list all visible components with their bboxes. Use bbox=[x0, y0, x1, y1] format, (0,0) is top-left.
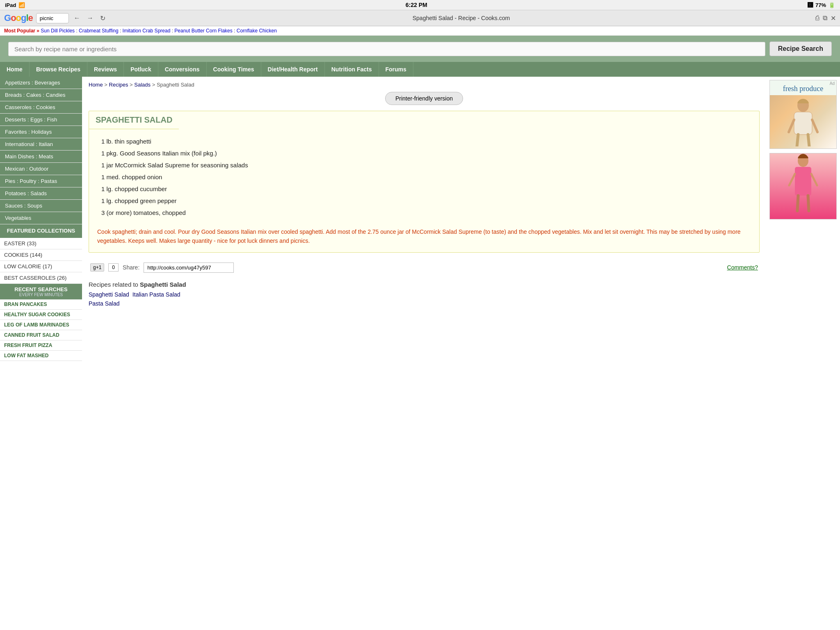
ingredient-2: 1 pkg. Good Seasons Italian mix (foil pk… bbox=[101, 148, 751, 159]
close-icon[interactable]: ✕ bbox=[831, 14, 836, 22]
reload-button[interactable]: ↻ bbox=[98, 14, 107, 23]
breadcrumb: Home > Recipes > Salads > Spaghetti Sala… bbox=[89, 82, 760, 88]
nav-conversions[interactable]: Conversions bbox=[158, 62, 207, 77]
nav-nutrition[interactable]: Nutrition Facts bbox=[325, 62, 379, 77]
recent-leg-of-lamb[interactable]: LEG OF LAMB MARINADES bbox=[0, 320, 82, 330]
popular-link-4[interactable]: Peanut Butter Corn Flakes bbox=[174, 28, 232, 34]
nav-browse-recipes[interactable]: Browse Recipes bbox=[30, 62, 87, 77]
share-icon[interactable]: ⎙ bbox=[815, 14, 819, 22]
person-svg-1 bbox=[787, 97, 819, 146]
share-count: 0 bbox=[108, 263, 119, 272]
nav-diet-health[interactable]: Diet/Health Report bbox=[261, 62, 325, 77]
time-display: 6:22 PM bbox=[406, 2, 427, 8]
collection-best-casseroles[interactable]: BEST CASSEROLES (26) bbox=[0, 272, 82, 284]
main-layout: Appetizers : Beverages Breads : Cakes : … bbox=[0, 77, 840, 361]
svg-line-8 bbox=[789, 174, 795, 185]
nav-reviews[interactable]: Reviews bbox=[87, 62, 124, 77]
nav-cooking-times[interactable]: Cooking Times bbox=[207, 62, 261, 77]
sidebar-item-international[interactable]: International : Italian bbox=[0, 138, 82, 151]
collection-cookies[interactable]: COOKIES (144) bbox=[0, 249, 82, 261]
search-button[interactable]: Recipe Search bbox=[769, 41, 832, 56]
sidebar-item-main-dishes[interactable]: Main Dishes : Meats bbox=[0, 151, 82, 163]
sidebar-item-casseroles[interactable]: Casseroles : Cookies bbox=[0, 101, 82, 114]
page-title: Spaghetti Salad - Recipe - Cooks.com bbox=[110, 15, 812, 21]
ingredient-5: 1 lg. chopped cucumber bbox=[101, 183, 751, 194]
related-link-1[interactable]: Spaghetti Salad bbox=[89, 291, 129, 298]
recipe-title-tab: SPAGHETTI SALAD bbox=[89, 111, 179, 129]
featured-collections-header: FEATURED COLLECTIONS bbox=[0, 224, 82, 238]
breadcrumb-current: Spaghetti Salad bbox=[157, 82, 194, 88]
comments-link[interactable]: Comments? bbox=[727, 264, 758, 271]
svg-line-4 bbox=[797, 135, 798, 146]
recent-searches-title: RECENT SEARCHES bbox=[3, 286, 79, 292]
recent-searches-header: RECENT SEARCHES EVERY FEW MINUTES bbox=[0, 284, 82, 299]
ad-person-image-2 bbox=[770, 153, 836, 219]
g-plus-button[interactable]: g+1 bbox=[90, 263, 104, 272]
search-input[interactable] bbox=[8, 42, 765, 56]
ad-box-2[interactable] bbox=[769, 153, 837, 219]
popular-link-3[interactable]: Imitation Crab Spread bbox=[123, 28, 171, 34]
collection-low-calorie[interactable]: LOW CALORIE (17) bbox=[0, 261, 82, 272]
browser-actions: ⎙ ⧉ ✕ bbox=[815, 14, 836, 22]
svg-line-11 bbox=[808, 196, 809, 211]
svg-line-5 bbox=[808, 135, 809, 146]
sidebar-item-potatoes[interactable]: Potatoes : Salads bbox=[0, 187, 82, 200]
related-recipes: Recipes related to Spaghetti Salad Spagh… bbox=[89, 281, 760, 307]
sidebar-item-breads[interactable]: Breads : Cakes : Candies bbox=[0, 89, 82, 101]
share-label: Share: bbox=[123, 264, 139, 271]
sidebar-item-mexican[interactable]: Mexican : Outdoor bbox=[0, 163, 82, 175]
recipe-ingredients: 1 lb. thin spaghetti 1 pkg. Good Seasons… bbox=[89, 129, 759, 223]
search-header: Recipe Search bbox=[0, 36, 840, 62]
nav-forums[interactable]: Forums bbox=[379, 62, 413, 77]
recent-fresh-fruit-pizza[interactable]: FRESH FRUIT PIZZA bbox=[0, 340, 82, 351]
ad-sidebar: Ad fresh produce bbox=[766, 77, 840, 227]
breadcrumb-home[interactable]: Home bbox=[89, 82, 103, 88]
sidebar-item-favorites[interactable]: Favorites : Holidays bbox=[0, 126, 82, 138]
svg-line-3 bbox=[812, 120, 817, 132]
collection-easter[interactable]: EASTER (33) bbox=[0, 238, 82, 249]
sidebar-item-vegetables[interactable]: Vegetables bbox=[0, 212, 82, 224]
svg-rect-1 bbox=[794, 112, 812, 135]
recent-healthy-sugar-cookies[interactable]: HEALTHY SUGAR COOKIES bbox=[0, 310, 82, 320]
browser-chrome: Google ← → ↻ Spaghetti Salad - Recipe - … bbox=[0, 10, 840, 26]
recent-bran-pancakes[interactable]: BRAN PANCAKES bbox=[0, 299, 82, 310]
svg-line-2 bbox=[789, 120, 794, 132]
printer-friendly-button[interactable]: Printer-friendly version bbox=[385, 92, 463, 105]
status-bar-right: 🅱 77% 🔋 bbox=[808, 2, 835, 8]
share-url-input[interactable] bbox=[144, 262, 234, 273]
sidebar-item-pies[interactable]: Pies : Poultry : Pastas bbox=[0, 175, 82, 187]
ad-box-1[interactable]: Ad fresh produce bbox=[769, 80, 837, 149]
forward-button[interactable]: → bbox=[85, 14, 95, 23]
nav-potluck[interactable]: Potluck bbox=[124, 62, 158, 77]
battery-icon: 🔋 bbox=[829, 2, 835, 8]
featured-collections-title: FEATURED COLLECTIONS bbox=[3, 228, 79, 235]
sidebar-item-sauces[interactable]: Sauces : Soups bbox=[0, 200, 82, 212]
related-link-3[interactable]: Pasta Salad bbox=[89, 300, 120, 307]
related-link-2[interactable]: Italian Pasta Salad bbox=[132, 291, 180, 298]
ad-person-image-1 bbox=[770, 95, 836, 148]
ingredient-1: 1 lb. thin spaghetti bbox=[101, 136, 751, 147]
popular-link-1[interactable]: Sun Dill Pickles bbox=[41, 28, 75, 34]
recipe-title: SPAGHETTI SALAD bbox=[96, 115, 172, 125]
ingredient-7: 3 (or more) tomatoes, chopped bbox=[101, 207, 751, 218]
back-button[interactable]: ← bbox=[72, 14, 82, 23]
recipe-instructions: Cook spaghetti; drain and cool. Pour dry… bbox=[89, 223, 759, 252]
popular-link-5[interactable]: Cornflake Chicken bbox=[237, 28, 277, 34]
breadcrumb-salads[interactable]: Salads bbox=[134, 82, 151, 88]
nav-home[interactable]: Home bbox=[0, 62, 30, 77]
recent-low-fat-mashed[interactable]: LOW FAT MASHED bbox=[0, 351, 82, 361]
sidebar-item-appetizers[interactable]: Appetizers : Beverages bbox=[0, 77, 82, 89]
svg-line-10 bbox=[797, 196, 798, 211]
url-bar[interactable] bbox=[36, 13, 69, 23]
tabs-icon[interactable]: ⧉ bbox=[823, 14, 827, 22]
fresh-produce-text: fresh produce bbox=[770, 80, 836, 95]
popular-link-2[interactable]: Crabmeat Stuffing bbox=[79, 28, 119, 34]
svg-rect-7 bbox=[795, 167, 811, 196]
recent-canned-fruit[interactable]: CANNED FRUIT SALAD bbox=[0, 330, 82, 340]
status-bar-left: iPad 📶 bbox=[5, 2, 25, 8]
breadcrumb-recipes[interactable]: Recipes bbox=[109, 82, 128, 88]
sidebar-item-desserts[interactable]: Desserts : Eggs : Fish bbox=[0, 114, 82, 126]
google-logo: Google bbox=[4, 13, 33, 23]
recent-searches-subtitle: EVERY FEW MINUTES bbox=[3, 292, 79, 297]
person-svg-2 bbox=[787, 153, 819, 217]
